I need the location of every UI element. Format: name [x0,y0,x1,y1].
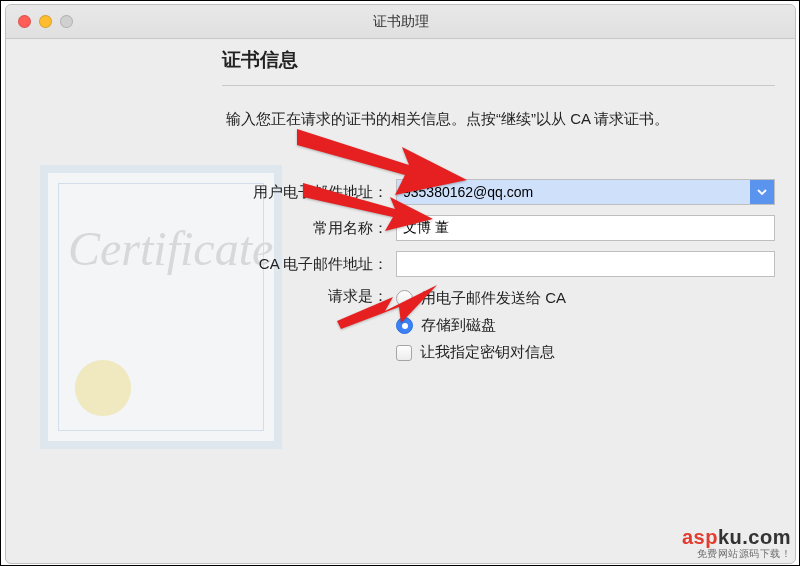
svg-point-0 [75,360,131,416]
chevron-down-icon [757,187,767,197]
arrow-annotation-3 [337,281,437,329]
common-name-input[interactable] [396,215,775,241]
watermark-brand-a: asp [682,526,718,548]
combobox-chevron-button[interactable] [750,180,774,204]
choice-specify-keypair[interactable]: 让我指定密钥对信息 [396,343,566,362]
row-ca-email: CA 电子邮件地址： [222,251,775,277]
choice-label: 用电子邮件发送给 CA [421,289,566,308]
svg-marker-2 [303,183,433,231]
watermark: aspku.com 免费网站源码下载！ [682,526,791,561]
content-area: 证书信息 输入您正在请求的证书的相关信息。点按“继续”以从 CA 请求证书。 用… [222,47,775,543]
choice-label: 让我指定密钥对信息 [420,343,555,362]
svg-marker-3 [337,285,437,329]
page-heading: 证书信息 [222,47,775,73]
watermark-sub: 免费网站源码下载！ [682,547,791,561]
ca-email-input[interactable] [396,251,775,277]
watermark-brand-b: ku [718,526,742,548]
watermark-brand-c: .com [742,526,791,548]
window-title: 证书助理 [6,13,795,31]
row-request: 请求是： 用电子邮件发送给 CA 存储到磁盘 让我指定密钥对信息 [222,287,775,362]
arrow-annotation-2 [303,183,433,231]
checkbox-icon [396,345,412,361]
titlebar: 证书助理 [6,5,795,39]
label-ca-email: CA 电子邮件地址： [222,255,396,274]
certificate-seal-icon [66,351,140,425]
